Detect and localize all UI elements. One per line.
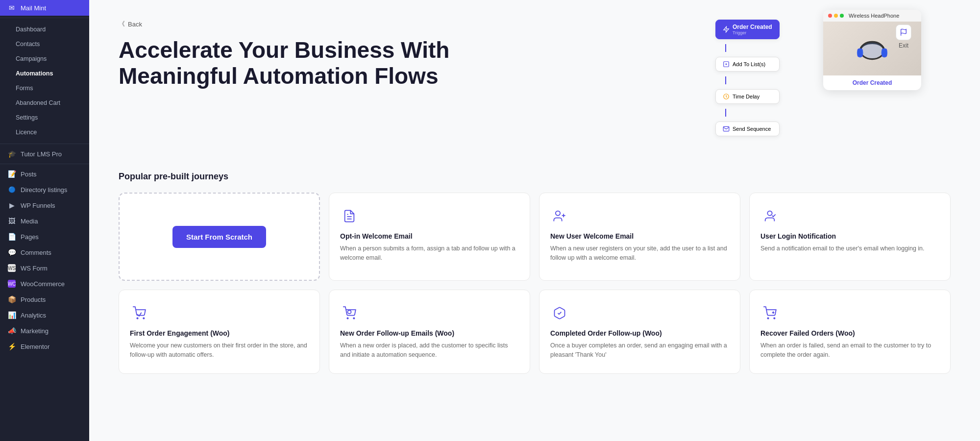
recover-failed-title: Recover Failed Orders (Woo): [760, 329, 939, 337]
journey-card-opt-in[interactable]: Opt-in Welcome Email When a person submi…: [329, 193, 530, 281]
sidebar-item-licence[interactable]: Licence: [0, 125, 89, 140]
sidebar-item-posts[interactable]: 📝 Posts: [0, 166, 89, 182]
sidebar-item-marketing[interactable]: 📣 Marketing: [0, 323, 89, 339]
time-delay-node: Time Delay: [715, 89, 780, 104]
opt-in-icon: [340, 207, 359, 225]
sidebar-item-elementor[interactable]: ⚡ Elementor: [0, 339, 89, 354]
headphone-card: Wireless HeadPhone Order Cre: [823, 10, 921, 90]
pages-icon: 📄: [8, 233, 16, 241]
completed-order-title: Completed Order Follow-up (Woo): [550, 329, 729, 337]
sidebar-item-abandoned-cart[interactable]: Abandoned Cart: [0, 96, 89, 110]
main-content: 《 Back Accelerate Your Business With Mea…: [89, 0, 980, 441]
new-user-title: New User Welcome Email: [550, 232, 729, 240]
sidebar-item-dashboard[interactable]: Dashboard: [0, 22, 89, 37]
sidebar-item-pages[interactable]: 📄 Pages: [0, 229, 89, 245]
woocommerce-icon: WC: [8, 280, 16, 288]
login-icon: [760, 207, 779, 225]
hero-title: Accelerate Your Business With Meaningful…: [119, 37, 462, 89]
sidebar-item-forms[interactable]: Forms: [0, 81, 89, 96]
recover-failed-icon: [760, 304, 779, 322]
first-order-desc: Welcome your new customers on their firs…: [130, 341, 309, 360]
comments-icon: 💬: [8, 248, 16, 256]
order-created-label: Order Created: [823, 75, 921, 90]
elementor-icon: ⚡: [8, 343, 16, 350]
svg-point-16: [767, 211, 772, 216]
journey-card-first-order[interactable]: First Order Engagement (Woo) Welcome you…: [119, 290, 320, 374]
dot-red: [828, 14, 832, 18]
sidebar-item-products[interactable]: 📦 Products: [0, 292, 89, 307]
sidebar-item-ws-form[interactable]: WS WS Form: [0, 260, 89, 276]
connector-1: [725, 44, 726, 52]
connector-2: [725, 76, 726, 84]
sidebar-item-directory-listings[interactable]: 🔵 Directory listings: [0, 182, 89, 197]
workflow-nodes: Order Created Trigger Add To List(s) Tim…: [715, 20, 780, 136]
sidebar-item-media[interactable]: 🖼 Media: [0, 213, 89, 229]
journeys-grid-row1: Start From Scratch Opt-in Welcome Email …: [119, 193, 951, 281]
back-chevron-icon: 《: [119, 20, 125, 28]
analytics-icon: 📊: [8, 311, 16, 319]
svg-point-19: [347, 318, 348, 318]
svg-point-17: [137, 318, 138, 318]
hero-section: 《 Back Accelerate Your Business With Mea…: [89, 0, 980, 157]
login-title: User Login Notification: [760, 232, 939, 240]
sidebar-item-settings[interactable]: Settings: [0, 110, 89, 125]
completed-order-desc: Once a buyer completes an order, send an…: [550, 341, 729, 360]
sidebar-item-woocommerce[interactable]: WC WooCommerce: [0, 276, 89, 292]
exit-node[interactable]: Exit: [896, 24, 911, 49]
media-icon: 🖼: [8, 217, 16, 225]
opt-in-title: Opt-in Welcome Email: [340, 232, 519, 240]
recover-failed-desc: When an order is failed, send an email t…: [760, 341, 939, 360]
exit-flag-icon: [896, 24, 911, 40]
svg-point-21: [348, 310, 351, 314]
sidebar-item-contacts[interactable]: Contacts: [0, 37, 89, 51]
mail-mint-icon: ✉: [8, 4, 16, 12]
marketing-icon: 📣: [8, 327, 16, 335]
connector-3: [725, 109, 726, 117]
first-order-title: First Order Engagement (Woo): [130, 329, 309, 337]
sidebar: ✉ Mail Mint Dashboard Contacts Campaigns…: [0, 0, 89, 441]
directory-icon: 🔵: [8, 186, 16, 194]
posts-icon: 📝: [8, 170, 16, 178]
card-title-bar: Wireless HeadPhone: [823, 10, 921, 22]
sidebar-item-mail-mint[interactable]: ✉ Mail Mint: [0, 0, 89, 16]
scratch-card[interactable]: Start From Scratch: [119, 193, 320, 281]
new-order-icon: [340, 304, 359, 322]
svg-point-23: [774, 318, 775, 318]
new-order-title: New Order Follow-up Emails (Woo): [340, 329, 519, 337]
journey-card-completed-order[interactable]: Completed Order Follow-up (Woo) Once a b…: [539, 290, 740, 374]
headphone-svg: [853, 29, 892, 68]
svg-point-9: [881, 48, 887, 57]
new-user-icon: [550, 207, 569, 225]
svg-point-20: [353, 318, 354, 318]
sidebar-item-tutor-lms[interactable]: 🎓 Tutor LMS Pro: [0, 146, 89, 162]
sidebar-item-campaigns[interactable]: Campaigns: [0, 51, 89, 66]
journeys-section: Popular pre-built journeys Start From Sc…: [89, 157, 980, 393]
tutor-icon: 🎓: [8, 150, 16, 158]
trigger-node: Order Created Trigger: [715, 20, 780, 39]
journey-card-new-user[interactable]: New User Welcome Email When a new user r…: [539, 193, 740, 281]
products-icon: 📦: [8, 295, 16, 303]
journeys-title: Popular pre-built journeys: [119, 172, 951, 182]
svg-point-13: [556, 211, 560, 216]
new-order-desc: When a new order is placed, add the cust…: [340, 341, 519, 360]
add-to-list-node: Add To List(s): [715, 57, 780, 72]
sidebar-item-automations[interactable]: Automations: [0, 66, 89, 81]
dot-green: [840, 14, 844, 18]
journey-card-recover-failed[interactable]: Recover Failed Orders (Woo) When an orde…: [749, 290, 951, 374]
journeys-grid-row2: First Order Engagement (Woo) Welcome you…: [119, 290, 951, 374]
journey-card-new-order[interactable]: New Order Follow-up Emails (Woo) When a …: [329, 290, 530, 374]
login-desc: Send a notification email to the user's …: [760, 244, 939, 253]
sidebar-item-comments[interactable]: 💬 Comments: [0, 245, 89, 260]
ws-form-icon: WS: [8, 264, 16, 272]
new-user-desc: When a new user registers on your site, …: [550, 244, 729, 263]
sidebar-item-wp-funnels[interactable]: ▶ WP Funnels: [0, 197, 89, 213]
first-order-icon: [130, 304, 148, 322]
start-from-scratch-button[interactable]: Start From Scratch: [172, 226, 266, 248]
svg-point-8: [857, 48, 863, 57]
dot-yellow: [834, 14, 838, 18]
journey-card-login[interactable]: User Login Notification Send a notificat…: [749, 193, 951, 281]
funnels-icon: ▶: [8, 201, 16, 209]
sidebar-item-analytics[interactable]: 📊 Analytics: [0, 307, 89, 323]
completed-order-icon: [550, 304, 569, 322]
svg-point-7: [861, 43, 883, 58]
